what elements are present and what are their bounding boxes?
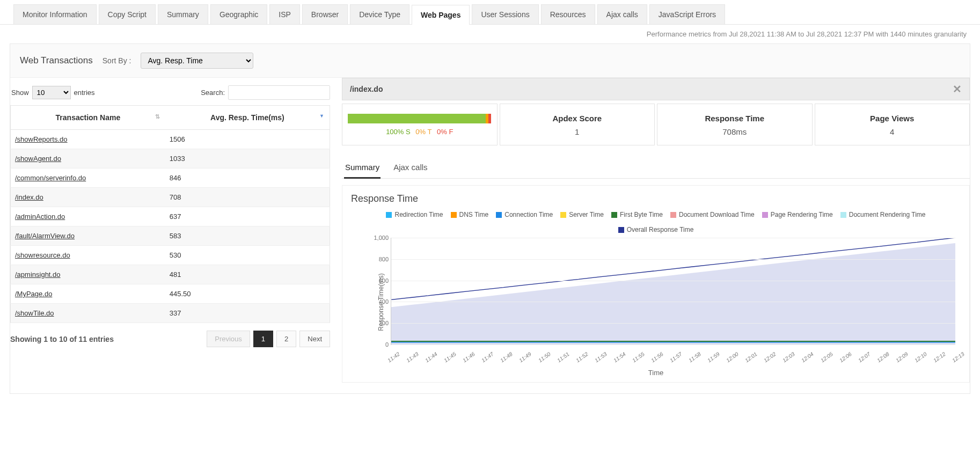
health-bar <box>348 114 492 123</box>
legend-item[interactable]: Server Time <box>560 211 604 218</box>
legend-item[interactable]: Overall Response Time <box>618 226 694 233</box>
table-row[interactable]: /showAgent.do1033 <box>11 149 330 169</box>
resp-time-cell: 530 <box>165 246 330 265</box>
resp-time-cell: 1506 <box>165 130 330 149</box>
table-row[interactable]: /showresource.do530 <box>11 246 330 265</box>
transaction-link[interactable]: /apminsight.do <box>15 270 61 279</box>
transaction-link[interactable]: /MyPage.do <box>15 290 52 298</box>
tab-summary[interactable]: Summary <box>158 4 208 24</box>
entries-select[interactable]: 10 <box>32 86 71 99</box>
table-row[interactable]: /MyPage.do445.50 <box>11 284 330 304</box>
response-time-chart-panel: Response Time Redirection TimeDNS TimeCo… <box>342 185 970 383</box>
transaction-link[interactable]: /showReports.do <box>15 135 68 143</box>
detail-header: /index.do ✕ <box>342 78 970 100</box>
table-row[interactable]: /index.do708 <box>11 188 330 207</box>
show-label: Show <box>11 89 29 97</box>
transaction-link[interactable]: /fault/AlarmView.do <box>15 232 75 240</box>
resp-time-cell: 445.50 <box>165 284 330 304</box>
subtab-ajax-calls[interactable]: Ajax calls <box>392 157 428 178</box>
sortby-label: Sort By : <box>103 56 131 65</box>
legend-item[interactable]: Document Download Time <box>670 211 755 218</box>
detail-title: /index.do <box>350 85 383 93</box>
legend-item[interactable]: First Byte Time <box>611 211 663 218</box>
table-row[interactable]: /showReports.do1506 <box>11 130 330 149</box>
page-2[interactable]: 2 <box>276 331 296 347</box>
table-row[interactable]: /common/serverinfo.do846 <box>11 169 330 188</box>
tab-resources[interactable]: Resources <box>541 4 595 24</box>
tab-isp[interactable]: ISP <box>269 4 300 24</box>
chart-area: Response Time(ms) 02004006008001,000 11:… <box>376 238 955 367</box>
detail-subtabs: SummaryAjax calls <box>342 157 970 179</box>
transaction-link[interactable]: /common/serverinfo.do <box>15 174 86 182</box>
entries-label: entries <box>74 89 95 97</box>
health-frustrated: 0% F <box>437 128 453 136</box>
tab-javascript-errors[interactable]: JavaScript Errors <box>649 4 725 24</box>
pagination: Previous12Next <box>207 331 330 347</box>
page-1[interactable]: 1 <box>253 331 273 347</box>
resp-time-cell: 1033 <box>165 149 330 169</box>
transaction-link[interactable]: /showTile.do <box>15 309 54 317</box>
table-row[interactable]: /adminAction.do637 <box>11 207 330 226</box>
tab-web-pages[interactable]: Web Pages <box>412 5 470 25</box>
chart-title: Response Time <box>351 193 961 204</box>
subtab-summary[interactable]: Summary <box>344 157 381 179</box>
transaction-link[interactable]: /index.do <box>15 193 43 201</box>
web-transactions-panel: Web Transactions Sort By : Avg. Resp. Ti… <box>10 43 970 394</box>
top-tab-strip: Monitor InformationCopy ScriptSummaryGeo… <box>0 0 980 25</box>
search-input[interactable] <box>228 85 330 100</box>
resp-time-cell: 481 <box>165 265 330 284</box>
search-label: Search: <box>201 89 225 97</box>
col-transaction-name[interactable]: Transaction Name <box>11 106 165 130</box>
prev-button[interactable]: Previous <box>207 331 250 347</box>
table-row[interactable]: /apminsight.do481 <box>11 265 330 284</box>
kpi-response-time: Response Time 708ms <box>657 104 813 145</box>
close-icon[interactable]: ✕ <box>953 84 962 94</box>
tab-monitor-information[interactable]: Monitor Information <box>13 4 97 24</box>
next-button[interactable]: Next <box>299 331 330 347</box>
table-row[interactable]: /showTile.do337 <box>11 304 330 323</box>
tab-geographic[interactable]: Geographic <box>210 4 267 24</box>
health-satisfied: 100% S <box>386 128 411 136</box>
transaction-link[interactable]: /showresource.do <box>15 251 70 259</box>
resp-time-cell: 637 <box>165 207 330 226</box>
tab-device-type[interactable]: Device Type <box>350 4 409 24</box>
resp-time-cell: 846 <box>165 169 330 188</box>
col-avg-resp-time[interactable]: Avg. Resp. Time(ms) <box>165 106 330 130</box>
tab-ajax-calls[interactable]: Ajax calls <box>597 4 647 24</box>
panel-title: Web Transactions <box>20 55 93 66</box>
resp-time-cell: 337 <box>165 304 330 323</box>
chart-legend: Redirection TimeDNS TimeConnection TimeS… <box>351 211 961 233</box>
transaction-link[interactable]: /adminAction.do <box>15 213 65 221</box>
kpi-page-views: Page Views 4 <box>815 104 970 145</box>
legend-item[interactable]: DNS Time <box>451 211 489 218</box>
tab-user-sessions[interactable]: User Sessions <box>472 4 538 24</box>
table-info: Showing 1 to 10 of 11 entries <box>10 335 114 343</box>
transactions-table: Transaction Name Avg. Resp. Time(ms) /sh… <box>10 105 330 323</box>
x-axis-label: Time <box>351 369 961 377</box>
tab-browser[interactable]: Browser <box>302 4 348 24</box>
resp-time-cell: 708 <box>165 188 330 207</box>
time-range-text: Performance metrics from Jul 28,2021 11:… <box>0 25 980 43</box>
legend-item[interactable]: Document Rendering Time <box>840 211 926 218</box>
tab-copy-script[interactable]: Copy Script <box>99 4 156 24</box>
legend-item[interactable]: Page Rendering Time <box>762 211 833 218</box>
sortby-select[interactable]: Avg. Resp. Time <box>141 53 253 69</box>
legend-item[interactable]: Connection Time <box>496 211 553 218</box>
transaction-link[interactable]: /showAgent.do <box>15 155 61 163</box>
legend-item[interactable]: Redirection Time <box>386 211 443 218</box>
kpi-apdex: Apdex Score 1 <box>500 104 655 145</box>
resp-time-cell: 583 <box>165 226 330 246</box>
kpi-health: 100% S 0% T 0% F <box>342 104 498 145</box>
table-row[interactable]: /fault/AlarmView.do583 <box>11 226 330 246</box>
health-tolerating: 0% T <box>415 128 432 136</box>
